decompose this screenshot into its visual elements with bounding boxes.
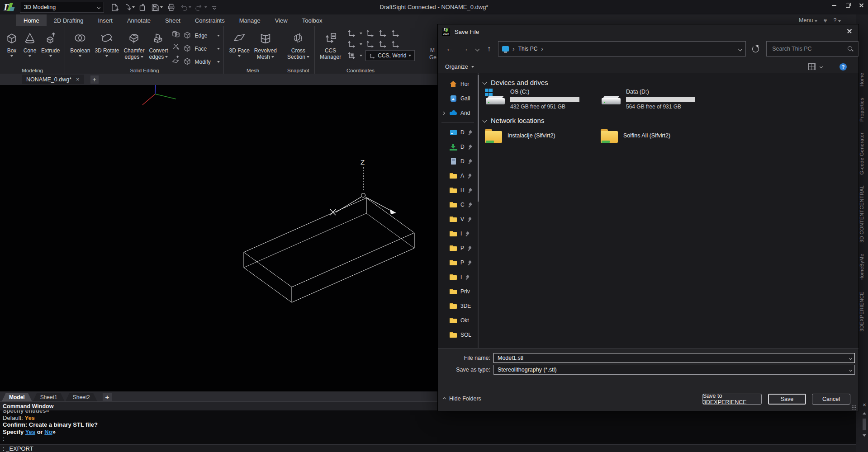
slice-solid-button[interactable]: [171, 42, 181, 53]
ccs-world-button[interactable]: [378, 28, 388, 38]
yes-link[interactable]: Yes: [25, 428, 35, 435]
forward-button[interactable]: →: [461, 45, 469, 53]
sidebar-item[interactable]: And: [438, 106, 478, 120]
add-sheet-button[interactable]: +: [103, 393, 112, 401]
resize-grip[interactable]: [851, 405, 856, 410]
sheet-tab[interactable]: Sheet1: [33, 393, 65, 401]
sidebar-item[interactable]: D: [438, 140, 478, 154]
dialog-close-button[interactable]: [846, 28, 853, 35]
address-dropdown-chevron[interactable]: [738, 47, 743, 51]
close-button[interactable]: [858, 2, 865, 8]
edge-dropdown[interactable]: Edge: [183, 30, 220, 41]
file-name-combo[interactable]: [493, 353, 855, 363]
sidebar-item[interactable]: Okt: [438, 313, 478, 328]
ccs-x-rotate-button[interactable]: [347, 39, 356, 49]
3d-rotate-button[interactable]: 3D Rotate: [92, 28, 121, 58]
scroll-up-icon[interactable]: [863, 412, 866, 414]
ccs-world-selector[interactable]: CCS, World: [365, 50, 415, 61]
sidebar-item[interactable]: Hor: [438, 77, 478, 91]
close-panel-icon[interactable]: ×: [863, 401, 866, 408]
save-button[interactable]: Save: [768, 394, 806, 405]
sidebar-item[interactable]: D: [438, 125, 478, 140]
chamfer-edges-button[interactable]: Chamfer edges: [121, 28, 147, 61]
scrollbar-thumb[interactable]: [863, 419, 866, 430]
ribbon-tab[interactable]: Sheet: [158, 14, 188, 26]
ribbon-tab[interactable]: Toolbox: [295, 14, 330, 26]
sidebar-item[interactable]: I: [438, 270, 478, 284]
box-button[interactable]: Box: [3, 28, 21, 58]
new-file-button[interactable]: [109, 2, 120, 13]
ribbon-tab[interactable]: View: [268, 14, 295, 26]
section-devices-and-drives[interactable]: Devices and drives: [483, 79, 548, 86]
sidebar-item[interactable]: V: [438, 212, 478, 226]
document-tab[interactable]: NONAME_0.dwg* ×: [22, 75, 84, 84]
save-as-type-select[interactable]: [493, 365, 855, 375]
sidebar-item[interactable]: D: [438, 154, 478, 169]
dialog-title-bar[interactable]: D2024 Save File: [438, 24, 859, 39]
save-to-3dexperience-button[interactable]: Save to 3DEXPERIENCE: [702, 394, 762, 405]
sheet-tab[interactable]: Sheet2: [66, 393, 97, 401]
drive-item[interactable]: Data (D:) 564 GB free of 931 GB: [601, 89, 695, 110]
new-document-tab-button[interactable]: +: [90, 75, 99, 84]
ccs-z-axis-button[interactable]: [378, 39, 388, 49]
ribbon-tab[interactable]: Insert: [90, 14, 120, 26]
organize-button[interactable]: Organize: [445, 64, 474, 70]
ccs-entity-button[interactable]: [347, 51, 356, 61]
open-file-button[interactable]: [122, 2, 136, 13]
union-solids-button[interactable]: [171, 29, 181, 41]
close-tab-icon[interactable]: ×: [76, 76, 80, 83]
hide-folders-button[interactable]: Hide Folders: [443, 396, 481, 402]
cancel-button[interactable]: Cancel: [812, 394, 850, 405]
command-history[interactable]: Specify entities» Default: Yes Confirm: …: [0, 410, 856, 444]
sidebar-item[interactable]: 3DE: [438, 299, 478, 313]
view-mode-icon[interactable]: [808, 63, 816, 70]
address-bar[interactable]: › This PC ›: [498, 41, 746, 56]
collapse-chevron-icon[interactable]: [483, 80, 487, 85]
minimize-button[interactable]: [831, 2, 838, 8]
refresh-icon[interactable]: [752, 46, 759, 52]
favorites-heart-icon[interactable]: ♥: [824, 17, 827, 24]
scroll-down-icon[interactable]: [863, 434, 866, 437]
sidebar-item[interactable]: P: [438, 241, 478, 255]
sidebar-item[interactable]: A: [438, 169, 478, 183]
cone-button[interactable]: Cone: [21, 28, 39, 58]
side-panel-tab[interactable]: Home: [859, 68, 866, 92]
sidebar-scrollbar[interactable]: [478, 73, 479, 348]
ribbon-tab[interactable]: Manage: [232, 14, 268, 26]
drive-item[interactable]: OS (C:) 432 GB free of 951 GB: [485, 89, 579, 110]
sidebar-item[interactable]: C: [438, 198, 478, 212]
side-panel-tab[interactable]: 3DEXPERIENCE: [859, 287, 866, 337]
no-link[interactable]: No: [44, 428, 52, 435]
import-button[interactable]: [138, 2, 148, 13]
3d-face-button[interactable]: 3D Face: [227, 28, 251, 58]
workspace-selector[interactable]: 3D Modeling: [20, 2, 104, 13]
sidebar-item[interactable]: P: [438, 255, 478, 270]
ccs-back-button[interactable]: [391, 28, 400, 38]
command-input[interactable]: : _EXPORT: [0, 444, 856, 452]
back-button[interactable]: ←: [446, 45, 453, 53]
search-input[interactable]: [771, 45, 848, 52]
expander-icon[interactable]: [442, 111, 445, 114]
sidebar-item[interactable]: Priv: [438, 284, 478, 299]
undo-button[interactable]: [178, 2, 192, 13]
restore-button[interactable]: [844, 2, 852, 8]
network-location-item[interactable]: Solfins All (Slfvirt2): [601, 129, 670, 143]
extrude-button[interactable]: Extrude: [39, 28, 62, 58]
ribbon-tab[interactable]: 2D Drafting: [47, 14, 91, 26]
side-panel-tab[interactable]: G-code Generator: [859, 127, 866, 179]
ccs-manager-button[interactable]: CCS Manager: [318, 28, 343, 61]
help-button[interactable]: ?: [834, 17, 841, 24]
save-button[interactable]: [150, 2, 164, 13]
side-panel-tab[interactable]: 3D CONTENTCENTRAL: [859, 180, 866, 248]
collapse-chevron-icon[interactable]: [483, 118, 487, 123]
file-name-input[interactable]: [497, 354, 847, 362]
sidebar-item[interactable]: Gall: [438, 91, 478, 106]
revolved-mesh-button[interactable]: Revolved Mesh: [252, 28, 279, 61]
ribbon-tab[interactable]: Home: [16, 14, 47, 26]
extract-face-button[interactable]: [171, 55, 181, 66]
modify-dropdown[interactable]: Modify: [183, 56, 220, 67]
ccs-3point-button[interactable]: [391, 39, 400, 49]
side-panel-tab[interactable]: Properties: [859, 93, 866, 127]
sidebar-item[interactable]: I: [438, 226, 478, 241]
sidebar-item[interactable]: SOL: [438, 328, 478, 342]
